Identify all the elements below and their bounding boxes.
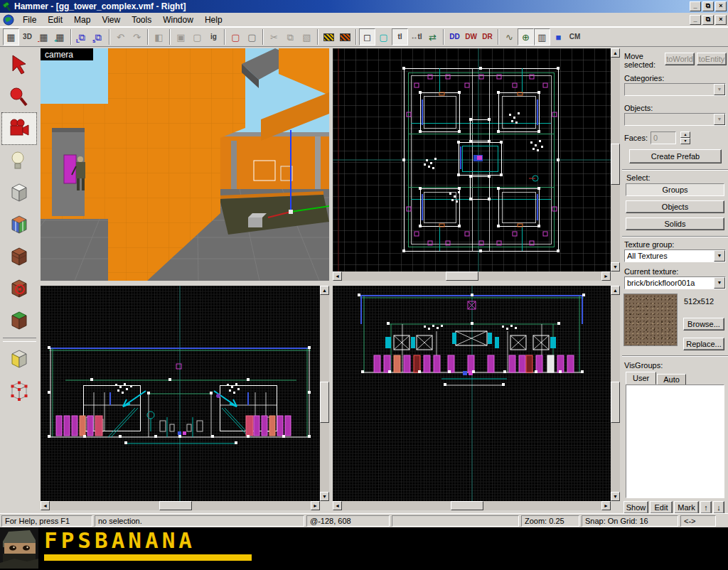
viewport-3d-camera[interactable]: camera (41, 48, 329, 281)
horizontal-scrollbar[interactable]: ◄ ► (333, 271, 611, 281)
browse-button[interactable]: Browse... (683, 318, 724, 330)
menu-tools[interactable]: Tools (126, 14, 157, 26)
vertical-scrollbar[interactable]: ▲ ▼ (320, 286, 329, 501)
faces-input[interactable]: 0 (651, 131, 676, 144)
select-groups-button[interactable]: Groups (626, 183, 724, 196)
chevron-down-icon[interactable]: ▼ (714, 277, 725, 289)
texture-application-tool[interactable] (2, 209, 36, 240)
mark-button[interactable]: Mark (674, 501, 699, 514)
unhide-icon[interactable]: ▢ (244, 28, 260, 45)
scroll-left-icon[interactable]: ◄ (333, 501, 342, 510)
custom-materials-icon[interactable]: CM (567, 28, 583, 45)
to-world-button[interactable]: toWorld (665, 53, 695, 65)
texture-axis-lock-icon[interactable]: ↔tl (408, 28, 424, 45)
toggle-3d-grid-icon[interactable]: 3D (19, 28, 36, 45)
tab-user[interactable]: User (626, 372, 656, 385)
spin-up-icon: ▴ (680, 131, 690, 138)
scroll-right-icon[interactable]: ► (601, 271, 611, 281)
displacement-dw-icon[interactable]: DW (463, 28, 479, 45)
menu-view[interactable]: View (96, 14, 126, 26)
menu-edit[interactable]: Edit (42, 14, 68, 26)
toolbar-separator (443, 29, 444, 45)
tab-auto[interactable]: Auto (657, 374, 686, 385)
faces-spinner[interactable]: ▴ ▾ (680, 131, 690, 144)
apply-current-texture-tool[interactable] (2, 241, 36, 272)
scroll-down-icon[interactable]: ▼ (611, 492, 620, 501)
scroll-right-icon[interactable]: ► (601, 501, 611, 510)
menu-file[interactable]: File (17, 14, 42, 26)
visgroups-list[interactable] (626, 385, 724, 498)
overlay-tool[interactable] (2, 305, 36, 336)
horizontal-scrollbar[interactable]: ◄ ► (333, 501, 611, 510)
scroll-left-icon[interactable]: ◄ (41, 501, 50, 510)
vertical-scrollbar[interactable]: ▲ ▼ (611, 48, 620, 271)
load-window-state-icon[interactable]: ⧉L (74, 28, 90, 45)
child-minimize-button[interactable]: _ (690, 15, 701, 25)
selection-bounds-icon[interactable]: ◻ (359, 28, 375, 45)
selection-tool[interactable] (2, 49, 36, 80)
scroll-up-icon[interactable]: ▲ (611, 286, 620, 295)
restore-button[interactable]: ⧉ (702, 1, 714, 11)
scroll-right-icon[interactable]: ► (311, 501, 320, 510)
ignore-groups-icon[interactable]: ig (205, 28, 222, 45)
horizontal-scrollbar[interactable]: ◄ ► (41, 501, 320, 510)
scroll-left-icon[interactable]: ◄ (333, 271, 342, 281)
replace-button[interactable]: Replace... (683, 338, 724, 350)
save-window-state-icon[interactable]: ⧉s (90, 28, 107, 45)
categories-dropdown[interactable]: ▼ (624, 83, 726, 96)
texture-preview[interactable] (623, 294, 678, 346)
menu-window[interactable]: Window (157, 14, 199, 26)
child-restore-button[interactable]: ⧉ (702, 15, 714, 25)
chevron-down-icon[interactable]: ▼ (714, 84, 725, 95)
menu-help[interactable]: Help (199, 14, 228, 26)
model-render-mode-icon[interactable]: ▥ (534, 28, 550, 45)
objects-dropdown[interactable]: ▼ (624, 113, 726, 126)
larger-grid-icon[interactable]: ▦+ (52, 28, 68, 45)
vertex-tool[interactable] (2, 375, 36, 407)
child-close-button[interactable]: × (715, 15, 727, 25)
viewport-2d-top[interactable]: ▲ ▼ ◄ ► (333, 48, 620, 281)
minimize-button[interactable]: _ (690, 1, 701, 11)
toolbar-separator (109, 29, 110, 45)
chevron-down-icon[interactable]: ▼ (714, 250, 725, 262)
detail-objects-icon[interactable]: ■ (550, 28, 567, 45)
smaller-grid-icon[interactable]: ▦- (36, 28, 52, 45)
viewport-2d-side[interactable]: ▲ ▼ ◄ ► (333, 286, 620, 510)
to-entity-button[interactable]: toEntity (697, 53, 727, 65)
scroll-down-icon[interactable]: ▼ (320, 492, 329, 501)
move-down-button[interactable]: ↓ (713, 501, 724, 514)
magnify-tool[interactable] (2, 81, 36, 112)
menu-map[interactable]: Map (68, 14, 96, 26)
scroll-up-icon[interactable]: ▲ (320, 286, 329, 295)
show-button[interactable]: Show (623, 501, 648, 514)
texture-lock-icon[interactable] (321, 28, 337, 45)
hide-selected-icon[interactable]: ▢ (228, 28, 244, 45)
displacement-dr-icon[interactable]: DR (479, 28, 496, 45)
edit-button[interactable]: Edit (650, 501, 673, 514)
model-fade-preview-icon[interactable]: ⊕ (518, 28, 534, 45)
clipping-tool[interactable] (2, 343, 36, 375)
flip-objects-icon[interactable]: ⇄ (424, 28, 441, 45)
create-prefab-button[interactable]: Create Prefab (629, 149, 722, 163)
texture-scale-lock-icon[interactable] (337, 28, 353, 45)
move-up-button[interactable]: ↑ (700, 501, 712, 514)
viewport-2d-front[interactable]: ▲ ▼ ◄ ► (41, 286, 329, 510)
smoothing-groups-icon[interactable]: ∿ (501, 28, 518, 45)
select-objects-button[interactable]: Objects (626, 200, 724, 213)
block-tool[interactable] (2, 177, 36, 208)
select-inside-icon[interactable]: ▢ (375, 28, 392, 45)
texture-lock-tl-icon[interactable]: tl (392, 28, 408, 45)
vertical-scrollbar[interactable]: ▲ ▼ (611, 286, 620, 501)
current-texture-dropdown[interactable]: brick/brickfloor001a ▼ (624, 276, 726, 289)
apply-decals-tool[interactable] (2, 273, 36, 304)
scroll-down-icon[interactable]: ▼ (611, 262, 620, 271)
scroll-up-icon[interactable]: ▲ (611, 48, 620, 58)
close-button[interactable]: × (715, 1, 727, 11)
chevron-down-icon[interactable]: ▼ (714, 114, 725, 125)
texture-group-dropdown[interactable]: All Textures ▼ (624, 249, 726, 262)
toggle-grid-icon[interactable]: ▦ (3, 28, 19, 45)
displacement-dd-icon[interactable]: DD (446, 28, 463, 45)
entity-tool[interactable] (2, 145, 36, 176)
camera-tool[interactable] (2, 113, 36, 144)
select-solids-button[interactable]: Solids (626, 217, 724, 230)
